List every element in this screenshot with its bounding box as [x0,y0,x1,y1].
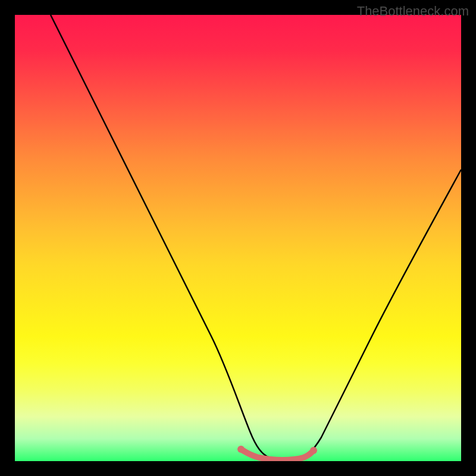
bottleneck-curve [51,15,461,459]
chart-container: TheBottleneck.com [0,0,476,476]
optimal-zone-start-dot [237,446,245,453]
optimal-zone-end-dot [310,447,317,454]
watermark-text: TheBottleneck.com [357,4,469,19]
chart-svg [15,15,461,461]
optimal-zone-marker [241,449,314,460]
